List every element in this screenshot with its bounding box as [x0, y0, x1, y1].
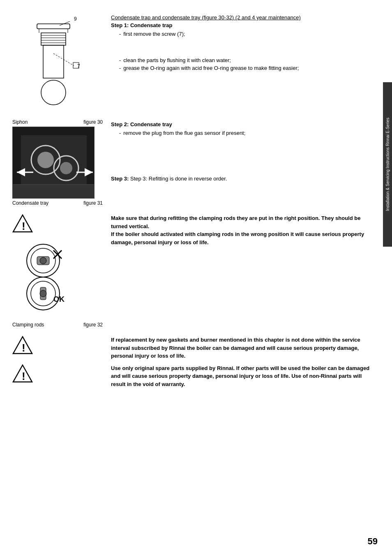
warning1-icon-area: ! — [12, 336, 103, 354]
siphon-photo-svg — [13, 127, 95, 199]
clamping-section: ! — [12, 214, 371, 328]
step1-label: Step 1: Condensate trap — [111, 22, 371, 28]
siphon-figure-svg: 9 7 — [16, 12, 99, 111]
figure32-label: figure 32 — [83, 322, 103, 328]
svg-text:OK: OK — [53, 295, 65, 303]
svg-text:!: ! — [22, 342, 25, 354]
top-section: 9 7 — [12, 12, 371, 111]
clamping-right: Make sure that during refitting the clam… — [111, 214, 371, 250]
warning1-row: ! If replacement by new gaskets and burn… — [12, 336, 371, 360]
svg-point-20 — [60, 162, 72, 174]
step2-item1: remove the plug from the flue gas sensor… — [119, 130, 371, 136]
warning2-row: ! Use only original spare parts supplied… — [12, 364, 371, 388]
condensate-label-row: Condensate tray figure 31 — [12, 200, 103, 206]
warning1-triangle-svg: ! — [12, 336, 33, 354]
content-area: 9 7 — [12, 12, 371, 388]
condensate-label: Condensate tray — [12, 200, 48, 206]
side-tab-text: Installation & Servicing Instructions Ri… — [385, 118, 390, 211]
svg-text:9: 9 — [74, 16, 77, 22]
svg-point-18 — [37, 152, 54, 168]
siphon-label-row: Siphon figure 30 — [12, 119, 103, 125]
warning-icon-top: ! — [12, 214, 103, 234]
svg-text:!: ! — [22, 370, 25, 382]
svg-line-1 — [60, 21, 70, 25]
warning-triangle-svg: ! — [12, 214, 33, 233]
warning2-triangle-svg: ! — [12, 364, 33, 383]
svg-rect-2 — [37, 24, 70, 29]
figure30-label: figure 30 — [83, 119, 103, 125]
step1-item1: first remove the screw (7); — [119, 31, 371, 37]
step3-text: Step 3: Step 3: Refitting is done in rev… — [111, 175, 371, 183]
siphon-photo — [12, 127, 95, 199]
warning1-text: If replacement by new gaskets and burner… — [111, 336, 371, 360]
step2-text-area: Step 2: Condensate tray remove the plug … — [111, 119, 371, 206]
side-tab: Installation & Servicing Instructions Ri… — [383, 82, 392, 247]
warning2-text: Use only original spare parts supplied b… — [111, 364, 371, 388]
step1-item3: grease the O-ring again with acid free O… — [119, 65, 371, 71]
clamping-label: Clamping rods — [12, 322, 44, 328]
figure31-label: figure 31 — [83, 200, 103, 206]
svg-point-38 — [40, 290, 46, 297]
clamping-left: ! — [12, 214, 103, 328]
siphon-drawing-area: 9 7 — [12, 12, 103, 111]
clamping-figure: OK — [12, 238, 90, 320]
clamping-rods-svg: OK — [12, 238, 90, 320]
svg-point-32 — [40, 257, 46, 264]
step2-label: Step 2: Condensate tray — [111, 121, 371, 127]
svg-point-14 — [41, 80, 66, 105]
bottom-warnings: ! If replacement by new gaskets and burn… — [12, 336, 371, 388]
siphon-photo-area: Siphon figure 30 — [12, 119, 103, 206]
siphon-label: Siphon — [12, 119, 28, 125]
step2-section: Siphon figure 30 — [12, 119, 371, 206]
svg-text:!: ! — [22, 220, 25, 232]
svg-rect-26 — [13, 185, 95, 199]
warning2-icon-area: ! — [12, 364, 103, 383]
svg-rect-10 — [43, 45, 64, 78]
step1-text-area: Condensate trap and condensate tray (fig… — [111, 12, 371, 111]
section-title: Condensate trap and condensate tray (fig… — [111, 14, 371, 21]
step1-item2: clean the parts by flushing it with clea… — [119, 57, 371, 63]
clamping-label-row: Clamping rods figure 32 — [12, 322, 103, 328]
page-number: 59 — [368, 536, 378, 547]
clamping-warning-text: Make sure that during refitting the clam… — [111, 214, 371, 246]
svg-rect-5 — [41, 33, 66, 45]
page: 9 7 — [0, 0, 392, 555]
